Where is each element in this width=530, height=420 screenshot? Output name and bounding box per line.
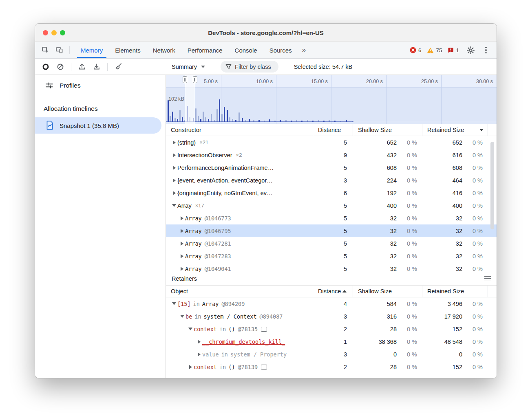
disclosure-triangle[interactable] bbox=[173, 191, 176, 195]
column-header-object[interactable]: Object bbox=[166, 286, 313, 297]
distance-value: 4 bbox=[313, 297, 353, 310]
retainer-link[interactable]: __chromium_devtools_kill_ bbox=[202, 339, 285, 345]
disclosure-triangle[interactable] bbox=[172, 204, 176, 207]
traffic-lights bbox=[43, 24, 65, 42]
tab-performance[interactable]: Performance bbox=[181, 42, 229, 58]
column-header-distance[interactable]: Distance bbox=[313, 124, 353, 136]
tab-network[interactable]: Network bbox=[147, 42, 181, 58]
column-header-retained-size[interactable]: Retained Size bbox=[422, 286, 488, 297]
tab-memory[interactable]: Memory bbox=[75, 42, 109, 58]
disclosure-triangle[interactable] bbox=[181, 216, 183, 220]
close-window-button[interactable] bbox=[43, 30, 48, 35]
column-header-shallow-size[interactable]: Shallow Size bbox=[353, 286, 422, 297]
more-tabs-chevron-icon[interactable]: » bbox=[298, 42, 310, 58]
tab-elements[interactable]: Elements bbox=[109, 42, 147, 58]
selection-left-handle[interactable] bbox=[183, 76, 187, 83]
disclosure-triangle[interactable] bbox=[173, 141, 176, 145]
table-row-array-instance[interactable]: Array@1047281 5 320 % 320 % bbox=[166, 237, 497, 250]
retainer-row[interactable]: beinsystem / Context@894087 3 3160 % 17 … bbox=[166, 310, 497, 323]
table-row[interactable]: {event, eventAction, eventCategor… 3 224… bbox=[166, 174, 497, 187]
disclosure-triangle[interactable] bbox=[181, 229, 183, 233]
disclosure-triangle[interactable] bbox=[181, 254, 183, 258]
error-icon bbox=[410, 47, 416, 53]
disclosure-triangle[interactable] bbox=[188, 328, 192, 330]
window-title: DevTools - store.google.com/?hl=en-US bbox=[208, 29, 324, 36]
profiles-header: Profiles bbox=[35, 75, 166, 90]
disclosure-triangle[interactable] bbox=[181, 267, 183, 271]
disclosure-triangle[interactable] bbox=[180, 315, 184, 318]
retainers-menu-icon[interactable] bbox=[484, 276, 491, 281]
column-header-shallow-size[interactable]: Shallow Size bbox=[353, 124, 422, 136]
retainer-row[interactable]: contextin()@78135 2 280 % 1520 % bbox=[166, 323, 497, 335]
issue-count-badge[interactable]: 1 bbox=[448, 47, 459, 53]
column-header-retained-size[interactable]: Retained Size bbox=[422, 124, 488, 136]
column-header-distance[interactable]: Distance bbox=[313, 286, 353, 297]
perspective-select[interactable]: Summary bbox=[172, 64, 205, 70]
table-row-array-instance-selected[interactable]: Array@1046795 5 320 % 320 % bbox=[166, 224, 497, 237]
clear-all-broom-icon[interactable] bbox=[113, 61, 124, 73]
table-row-array-instance[interactable]: Array@1049041 5 320 % 320 % bbox=[166, 262, 497, 272]
zoom-window-button[interactable] bbox=[60, 30, 65, 35]
distance-value: 2 bbox=[313, 361, 353, 373]
distance-value: 5 bbox=[313, 161, 353, 174]
retainer-row[interactable]: contextin()@78139 2 280 % 1520 % bbox=[166, 361, 497, 373]
clear-profiles-icon[interactable] bbox=[55, 61, 66, 73]
object-id: @78139 bbox=[238, 364, 258, 370]
retainers-section-header: Retainers bbox=[166, 272, 497, 286]
snapshot-label: Snapshot 1 (35.8 MB) bbox=[60, 122, 119, 129]
record-heap-icon[interactable] bbox=[40, 61, 51, 73]
minimize-window-button[interactable] bbox=[51, 30, 57, 35]
more-options-icon[interactable] bbox=[482, 47, 490, 54]
disclosure-triangle[interactable] bbox=[198, 352, 201, 356]
column-header-constructor[interactable]: Constructor bbox=[166, 124, 313, 136]
device-toolbar-icon[interactable] bbox=[54, 44, 65, 56]
class-filter-input[interactable]: Filter by class bbox=[221, 61, 278, 73]
table-row[interactable]: PerformanceLongAnimationFrame… 5 6080 % … bbox=[166, 161, 497, 174]
disclosure-triangle[interactable] bbox=[173, 153, 176, 157]
issue-icon bbox=[448, 47, 454, 53]
vertical-scrollbar[interactable] bbox=[490, 142, 494, 229]
timeline-selection-window[interactable] bbox=[185, 75, 195, 124]
inspect-element-icon[interactable] bbox=[40, 44, 51, 56]
disclosure-triangle[interactable] bbox=[173, 178, 176, 183]
settings-gear-icon[interactable] bbox=[465, 44, 476, 56]
sidebar-item-snapshot-1[interactable]: Snapshot 1 (35.8 MB) bbox=[35, 117, 161, 134]
table-row-array-group[interactable]: Array×17 5 4000 % 4000 % bbox=[166, 199, 497, 212]
tab-sources[interactable]: Sources bbox=[263, 42, 298, 58]
filter-placeholder: Filter by class bbox=[235, 64, 271, 70]
retainer-row[interactable]: valueinsystem / Property 3 00 % 00 % bbox=[166, 348, 497, 361]
divider bbox=[71, 63, 71, 71]
warning-count-badge[interactable]: 75 bbox=[427, 47, 442, 53]
warning-count: 75 bbox=[436, 47, 442, 53]
disclosure-triangle[interactable] bbox=[173, 166, 176, 170]
constructor-name: {originatingEntity, noGtmEvent, ev… bbox=[177, 190, 272, 196]
retainer-row[interactable]: [15]inArray@894209 4 5840 % 3 4960 % bbox=[166, 297, 497, 310]
table-row-array-instance[interactable]: Array@1047283 5 320 % 320 % bbox=[166, 250, 497, 262]
selection-right-handle[interactable] bbox=[193, 76, 197, 83]
table-row[interactable]: {originatingEntity, noGtmEvent, ev… 6 19… bbox=[166, 187, 497, 199]
allocation-timeline-overview[interactable]: 5.00 s 10.00 s 15.00 s 20.00 s 25.00 s 3… bbox=[166, 75, 497, 124]
load-profile-icon[interactable] bbox=[76, 61, 88, 73]
distance-value: 5 bbox=[313, 199, 353, 212]
source-location-icon[interactable] bbox=[261, 327, 267, 332]
table-row[interactable]: IntersectionObserver×2 9 4320 % 6160 % bbox=[166, 149, 497, 161]
object-id: @894087 bbox=[260, 313, 283, 320]
save-profile-icon[interactable] bbox=[91, 61, 102, 73]
table-row[interactable]: (string)×21 5 6520 % 6520 % bbox=[166, 136, 497, 149]
instance-count: ×17 bbox=[195, 202, 204, 209]
disclosure-triangle[interactable] bbox=[172, 302, 176, 305]
filter-funnel-icon bbox=[225, 64, 232, 70]
error-count-badge[interactable]: 6 bbox=[410, 47, 422, 53]
distance-value: 9 bbox=[313, 149, 353, 161]
timeline-bars bbox=[166, 75, 497, 124]
source-location-icon[interactable] bbox=[261, 365, 267, 369]
tab-console[interactable]: Console bbox=[229, 42, 263, 58]
disclosure-triangle[interactable] bbox=[181, 242, 183, 246]
retainer-row[interactable]: __chromium_devtools_kill_ 1 38 3680 % 48… bbox=[166, 335, 497, 348]
disclosure-triangle[interactable] bbox=[189, 365, 192, 369]
retainers-title: Retainers bbox=[172, 275, 197, 282]
issue-count: 1 bbox=[456, 47, 459, 53]
distance-value: 6 bbox=[313, 187, 353, 199]
table-row-array-instance[interactable]: Array@1046773 5 320 % 320 % bbox=[166, 212, 497, 224]
disclosure-triangle[interactable] bbox=[198, 340, 201, 344]
